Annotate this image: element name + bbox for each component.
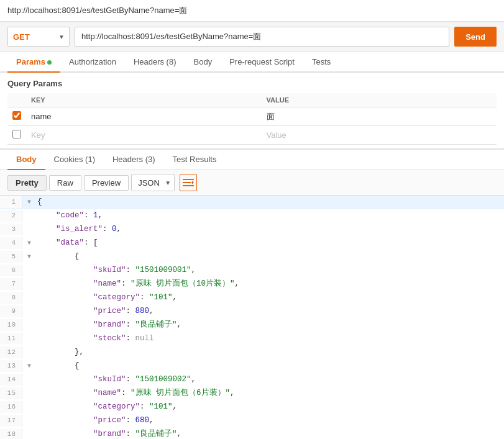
line-content-13: {	[37, 360, 80, 373]
line-content-9: "price": 880,	[37, 305, 154, 318]
response-tab-test-results[interactable]: Test Results	[164, 150, 226, 170]
params-row-1-key-cell[interactable]	[26, 126, 262, 145]
url-display: http://localhost:8091/es/testGetByName?n…	[7, 6, 187, 15]
line-number-2: 2	[0, 210, 22, 222]
params-row-0-key-cell[interactable]	[26, 107, 262, 126]
line-toggle-13[interactable]: ▼	[27, 361, 36, 371]
line-content-12: },	[37, 346, 84, 359]
params-row-1	[7, 126, 497, 145]
wrap-icon[interactable]	[180, 174, 197, 191]
line-number-18: 18	[0, 428, 22, 439]
query-params-section: Query Params KEY VALUE	[0, 73, 504, 145]
params-row-1-value-cell[interactable]	[262, 126, 497, 145]
params-row-0-key-input[interactable]	[31, 112, 257, 121]
line-content-1: {	[37, 196, 42, 209]
line-number-5: 5	[0, 251, 22, 263]
json-line-5: 5▼ {	[0, 250, 504, 264]
line-content-3: "is_alert": 0,	[37, 223, 121, 236]
line-number-3: 3	[0, 224, 22, 235]
params-dot	[47, 60, 52, 65]
params-row-1-checkbox-cell[interactable]	[7, 126, 26, 145]
line-number-13: 13	[0, 360, 22, 372]
params-row-0-value-cell[interactable]	[262, 107, 497, 126]
json-line-6: 6 "skuId": "1501009001",	[0, 264, 504, 278]
response-tabs: Body Cookies (1) Headers (3) Test Result…	[0, 150, 504, 170]
line-number-1: 1	[0, 196, 22, 208]
tab-tests[interactable]: Tests	[303, 52, 339, 73]
tab-body[interactable]: Body	[185, 52, 221, 73]
json-line-1: 1▼{	[0, 196, 504, 209]
json-line-18: 18 "brand": "良品铺子",	[0, 428, 504, 439]
line-number-11: 11	[0, 333, 22, 345]
tab-authorization[interactable]: Authorization	[60, 52, 125, 73]
line-number-12: 12	[0, 346, 22, 358]
format-select[interactable]: JSON XML HTML Text	[131, 174, 175, 191]
line-toggle-4[interactable]: ▼	[27, 238, 36, 248]
params-row-1-checkbox[interactable]	[12, 130, 21, 138]
query-params-title: Query Params	[7, 79, 497, 88]
line-content-18: "brand": "良品铺子",	[37, 428, 181, 439]
line-content-11: "stock": null	[37, 332, 154, 345]
tab-pre-request[interactable]: Pre-request Script	[221, 52, 303, 73]
json-line-17: 17 "price": 680,	[0, 414, 504, 428]
line-number-6: 6	[0, 265, 22, 276]
json-line-2: 2 "code": 1,	[0, 209, 504, 223]
json-viewer: 1▼{2 "code": 1,3 "is_alert": 0,4▼ "data"…	[0, 196, 504, 439]
json-line-12: 12 },	[0, 346, 504, 360]
json-line-13: 13▼ {	[0, 360, 504, 373]
line-content-15: "name": "原味 切片面包（6片装）",	[37, 387, 235, 400]
response-toolbar: Pretty Raw Preview JSON XML HTML Text ▼	[0, 170, 504, 196]
url-input[interactable]	[75, 27, 449, 47]
line-content-2: "code": 1,	[37, 209, 103, 222]
line-number-16: 16	[0, 401, 22, 413]
line-toggle-5[interactable]: ▼	[27, 251, 36, 262]
params-table: KEY VALUE	[7, 93, 497, 145]
pretty-button[interactable]: Pretty	[7, 175, 47, 191]
line-toggle-1[interactable]: ▼	[27, 197, 36, 207]
svg-rect-1	[183, 182, 191, 183]
line-content-6: "skuId": "1501009001",	[37, 264, 196, 277]
line-number-4: 4	[0, 237, 22, 249]
params-row-1-value-input[interactable]	[267, 130, 492, 140]
tab-params[interactable]: Params	[7, 52, 60, 73]
method-wrapper[interactable]: GET POST PUT DELETE ▼	[7, 27, 70, 47]
line-content-10: "brand": "良品铺子",	[37, 319, 181, 332]
json-line-10: 10 "brand": "良品铺子",	[0, 319, 504, 332]
params-row-0-value-input[interactable]	[267, 112, 492, 121]
format-wrapper[interactable]: JSON XML HTML Text ▼	[131, 174, 175, 191]
line-content-8: "category": "101",	[37, 291, 177, 304]
svg-rect-2	[183, 185, 194, 186]
line-number-8: 8	[0, 292, 22, 304]
params-header-checkbox	[7, 93, 26, 107]
tab-headers[interactable]: Headers (8)	[125, 52, 185, 73]
line-number-9: 9	[0, 305, 22, 317]
line-number-7: 7	[0, 278, 22, 290]
params-row-1-key-input[interactable]	[31, 130, 257, 140]
raw-button[interactable]: Raw	[49, 175, 81, 191]
json-line-3: 3 "is_alert": 0,	[0, 223, 504, 237]
json-line-7: 7 "name": "原味 切片面包（10片装）",	[0, 278, 504, 291]
line-content-14: "skuId": "1501009002",	[37, 373, 196, 386]
json-line-4: 4▼ "data": [	[0, 237, 504, 250]
params-header-key: KEY	[26, 93, 262, 107]
response-tab-cookies[interactable]: Cookies (1)	[45, 150, 104, 170]
json-line-11: 11 "stock": null	[0, 332, 504, 346]
line-number-17: 17	[0, 415, 22, 427]
response-tab-body[interactable]: Body	[7, 150, 45, 170]
line-number-10: 10	[0, 319, 22, 331]
send-button[interactable]: Send	[454, 27, 497, 47]
params-row-0-checkbox-cell[interactable]	[7, 107, 26, 126]
params-row-0-checkbox[interactable]	[12, 111, 21, 120]
preview-button[interactable]: Preview	[84, 175, 129, 191]
json-line-15: 15 "name": "原味 切片面包（6片装）",	[0, 387, 504, 401]
json-line-14: 14 "skuId": "1501009002",	[0, 373, 504, 387]
svg-marker-3	[192, 181, 194, 184]
params-row-0	[7, 107, 497, 126]
json-line-8: 8 "category": "101",	[0, 291, 504, 305]
json-line-9: 9 "price": 880,	[0, 305, 504, 319]
line-content-5: {	[37, 250, 80, 263]
line-content-17: "price": 680,	[37, 414, 154, 427]
response-tab-headers[interactable]: Headers (3)	[104, 150, 164, 170]
method-select[interactable]: GET POST PUT DELETE	[7, 27, 70, 47]
request-tabs: Params Authorization Headers (8) Body Pr…	[0, 52, 504, 73]
